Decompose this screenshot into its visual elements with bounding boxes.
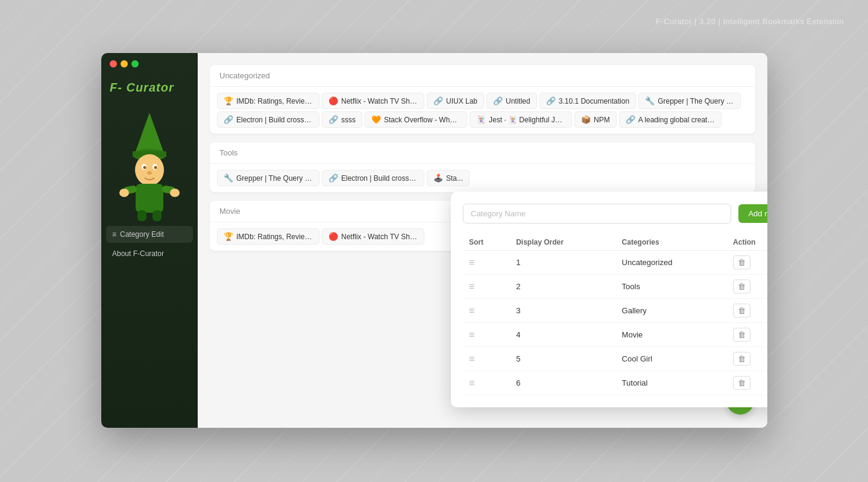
category-name-input[interactable]: [463, 204, 731, 224]
bookmark-title: Netflix - Watch TV Show...: [341, 97, 418, 105]
bookmark-title: 3.10.1 Documentation: [559, 97, 629, 105]
maximize-button[interactable]: [131, 60, 139, 67]
bookmark-item[interactable]: 🏆IMDb: Ratings, Reviews, ...: [217, 228, 319, 245]
bookmark-title: Stack Overflow - Where ...: [384, 116, 461, 124]
table-row: ≡2Tools🗑: [463, 275, 767, 299]
bookmark-item[interactable]: 🏆IMDb: Ratings, Reviews, ...: [217, 93, 319, 109]
category-table: SortDisplay OrderCategoriesAction ≡1Unca…: [463, 234, 767, 395]
bookmark-item[interactable]: 🔧Grepper | The Query & A...: [638, 93, 741, 109]
delete-button[interactable]: 🗑: [733, 280, 750, 293]
bookmark-item[interactable]: 🔗Untitled: [486, 93, 537, 109]
bookmark-item[interactable]: 🃏Jest · 🃏 Delightful JavaSc...: [470, 111, 572, 128]
delete-button[interactable]: 🗑: [733, 255, 750, 269]
drag-handle[interactable]: ≡: [463, 371, 510, 395]
minimize-button[interactable]: [121, 60, 128, 67]
action-cell: 🗑: [727, 323, 767, 347]
bookmark-item[interactable]: 🧡Stack Overflow - Where ...: [365, 111, 467, 128]
svg-rect-15: [153, 210, 162, 221]
category-header: Uncategorized: [210, 65, 755, 87]
add-new-button[interactable]: Add new: [738, 204, 767, 223]
category-header: Tools: [210, 142, 755, 164]
bookmark-item[interactable]: 🔗A leading global creative ...: [619, 111, 722, 128]
table-body: ≡1Uncategorized🗑≡2Tools🗑≡3Gallery🗑≡4Movi…: [463, 251, 767, 395]
table-row: ≡1Uncategorized🗑: [463, 251, 767, 275]
bookmark-icon: 🔗: [433, 96, 443, 105]
category-name-cell: Gallery: [616, 299, 728, 323]
bookmark-icon: 🔴: [329, 96, 338, 105]
action-cell: 🗑: [727, 251, 767, 275]
list-icon: ≡: [112, 230, 116, 239]
bookmark-item[interactable]: 🔧Grepper | The Query & A...: [217, 170, 319, 186]
bookmark-item[interactable]: 🔴Netflix - Watch TV Show...: [322, 93, 424, 109]
bookmark-title: IMDb: Ratings, Reviews, ...: [236, 97, 313, 105]
drag-handle[interactable]: ≡: [463, 323, 510, 347]
svg-marker-0: [134, 113, 165, 155]
bookmark-title: Untitled: [506, 97, 530, 105]
display-order: 4: [510, 323, 615, 347]
bookmark-title: NPM: [594, 116, 610, 124]
bookmark-item[interactable]: 🔗3.10.1 Documentation: [539, 93, 636, 109]
svg-point-7: [154, 166, 157, 169]
table-col-header: Categories: [616, 234, 728, 251]
table-row: ≡6Tutorial🗑: [463, 371, 767, 395]
drag-handle[interactable]: ≡: [463, 275, 510, 299]
action-cell: 🗑: [727, 371, 767, 395]
table-row: ≡4Movie🗑: [463, 323, 767, 347]
bookmark-icon: 🔗: [626, 115, 635, 124]
bookmark-icon: 🕹️: [433, 174, 443, 183]
main-content[interactable]: Uncategorized🏆IMDb: Ratings, Reviews, ..…: [198, 53, 767, 428]
bookmarks-row: 🔧Grepper | The Query & A...🔗Electron | B…: [210, 164, 755, 192]
bookmark-title: Grepper | The Query & A...: [236, 174, 313, 183]
bookmark-item[interactable]: 🔗UIUX Lab: [427, 93, 484, 109]
sidebar-item-category-edit[interactable]: ≡ Category Edit: [106, 226, 193, 243]
bookmark-icon: 🔧: [645, 96, 655, 105]
display-order: 6: [510, 371, 615, 395]
bookmark-item[interactable]: 🔗ssss: [322, 111, 362, 128]
svg-rect-9: [136, 184, 163, 213]
character-illustration: [101, 107, 198, 221]
bookmark-title: Netflix - Watch TV Show...: [341, 233, 418, 241]
drag-handle[interactable]: ≡: [463, 347, 510, 371]
table-header-row: SortDisplay OrderCategoriesAction: [463, 234, 767, 251]
bookmark-icon: 🔗: [329, 174, 338, 183]
bookmark-item[interactable]: 📦NPM: [574, 111, 617, 128]
bookmark-item[interactable]: 🔗Electron | Build cross-plat...: [217, 111, 319, 128]
app-logo: F- Curator: [101, 75, 198, 107]
sidebar-item-about[interactable]: About F-Curator: [106, 245, 193, 262]
table-row: ≡5Cool Girl🗑: [463, 347, 767, 371]
category-name-cell: Uncategorized: [616, 251, 728, 275]
category-name-cell: Tutorial: [616, 371, 728, 395]
bookmark-icon: 🏆: [224, 232, 233, 241]
about-label: About F-Curator: [112, 249, 164, 258]
svg-point-3: [135, 154, 164, 186]
bookmark-icon: 🃏: [476, 115, 486, 124]
drag-handle[interactable]: ≡: [463, 251, 510, 275]
top-bar: F-Curator | 3.20 | Intelligent Bookmarks…: [0, 0, 868, 42]
delete-button[interactable]: 🗑: [733, 328, 750, 342]
action-cell: 🗑: [727, 299, 767, 323]
bookmark-title: Electron | Build cross-plat...: [341, 174, 418, 183]
bookmark-title: A leading global creative ...: [638, 116, 715, 124]
bookmark-item[interactable]: 🔴Netflix - Watch TV Show...: [322, 228, 424, 245]
bookmark-icon: 🔴: [329, 232, 338, 241]
svg-point-6: [143, 166, 146, 169]
close-button[interactable]: [110, 60, 117, 67]
bookmark-icon: 🏆: [224, 96, 233, 105]
delete-button[interactable]: 🗑: [733, 304, 750, 318]
bookmark-icon: 🔧: [224, 174, 233, 183]
bookmark-icon: 📦: [581, 115, 591, 124]
svg-rect-14: [137, 210, 146, 221]
table-row: ≡3Gallery🗑: [463, 299, 767, 323]
bookmark-item[interactable]: 🔗Electron | Build cross-plat...: [322, 170, 424, 186]
app-window: F- Curator: [101, 53, 767, 428]
bookmark-icon: 🔗: [493, 96, 503, 105]
category-edit-overlay: Add new SortDisplay OrderCategoriesActio…: [451, 192, 767, 407]
delete-button[interactable]: 🗑: [733, 376, 750, 390]
gnome-character-svg: [116, 107, 183, 221]
bookmark-item[interactable]: 🕹️Sta...: [427, 170, 470, 186]
svg-point-8: [147, 171, 152, 175]
bookmark-title: Sta...: [446, 174, 463, 183]
action-cell: 🗑: [727, 275, 767, 299]
drag-handle[interactable]: ≡: [463, 299, 510, 323]
delete-button[interactable]: 🗑: [733, 352, 750, 366]
